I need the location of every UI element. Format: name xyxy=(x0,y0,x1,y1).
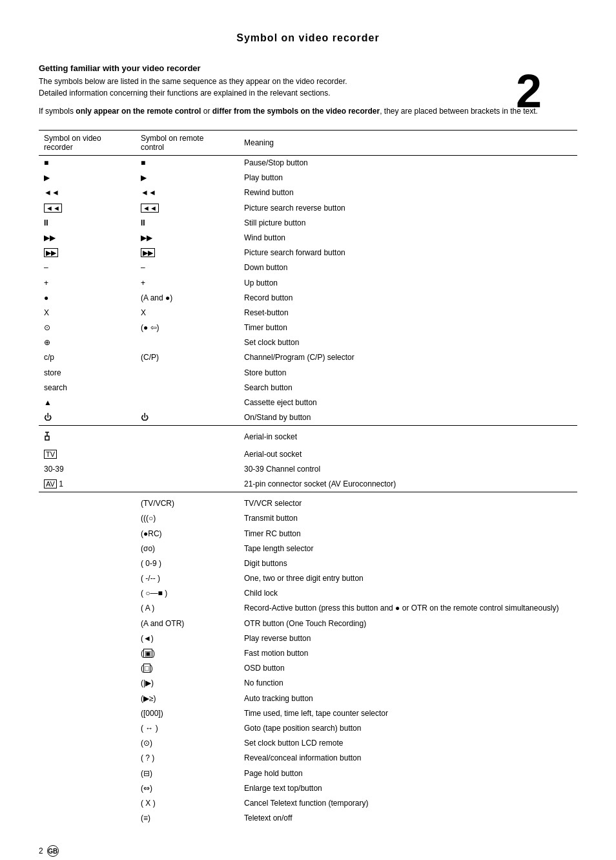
symbol-vr: X xyxy=(39,306,136,320)
symbol-rc: ▶▶ xyxy=(136,246,239,260)
symbol-rc: II xyxy=(136,216,239,231)
symbol-rc: (● ⇦) xyxy=(136,320,239,335)
meaning: Time used, time left, tape counter selec… xyxy=(239,706,577,721)
symbol-vr xyxy=(39,511,136,526)
table-row: (▣) Fast motion button xyxy=(39,646,577,661)
meaning: Enlarge text top/button xyxy=(239,781,577,796)
meaning: Cassette eject button xyxy=(239,395,577,410)
table-row: ■ ■ Pause/Stop button xyxy=(39,156,577,171)
col-header-meaning: Meaning xyxy=(239,131,577,156)
meaning: Cancel Teletext function (temporary) xyxy=(239,796,577,811)
table-row: (⇔) Enlarge text top/button xyxy=(39,781,577,796)
symbol-rc xyxy=(136,395,239,410)
meaning: Channel/Program (C/P) selector xyxy=(239,350,577,365)
section-divider-remote: (TV/VCR) TV/VCR selector xyxy=(39,492,577,512)
symbol-vr xyxy=(39,492,136,512)
table-row: ▶ ▶ Play button xyxy=(39,171,577,185)
meaning: 30-39 Channel control xyxy=(239,462,577,477)
section-heading: Getting familiar with your video recorde… xyxy=(39,63,577,73)
table-row: (σo) Tape length selector xyxy=(39,541,577,556)
symbol-vr xyxy=(39,571,136,586)
meaning: OTR button (One Touch Recording) xyxy=(239,616,577,631)
meaning: Set clock button LCD remote xyxy=(239,736,577,751)
symbol-vr: ▶▶ xyxy=(39,246,136,260)
symbol-vr xyxy=(39,706,136,721)
symbol-vr xyxy=(39,781,136,796)
symbol-vr: ⊕ xyxy=(39,335,136,350)
symbol-vr xyxy=(39,676,136,691)
symbol-vr xyxy=(39,811,136,826)
symbol-rc: ◄◄ xyxy=(136,185,239,200)
table-row: (◄) Play reverse button xyxy=(39,631,577,646)
table-row: II II Still picture button xyxy=(39,216,577,231)
table-row: ▶▶ ▶▶ Picture search forward button xyxy=(39,246,577,260)
symbol-rc: ( A ) xyxy=(136,601,239,616)
table-row: (A and OTR) OTR button (One Touch Record… xyxy=(39,616,577,631)
table-row: 30-39 30-39 Channel control xyxy=(39,462,577,477)
meaning: Child lock xyxy=(239,586,577,601)
meaning: Play reverse button xyxy=(239,631,577,646)
symbol-rc: (A and OTR) xyxy=(136,616,239,631)
table-row: ● (A and ●) Record button xyxy=(39,291,577,306)
symbol-vr xyxy=(39,661,136,676)
meaning: Rewind button xyxy=(239,185,577,200)
symbol-rc xyxy=(136,477,239,492)
symbol-rc: – xyxy=(136,260,239,275)
symbol-rc: ( ○―■ ) xyxy=(136,586,239,601)
table-row: (⊙) Set clock button LCD remote xyxy=(39,736,577,751)
symbol-rc: ( ? ) xyxy=(136,751,239,766)
symbol-vr xyxy=(39,691,136,706)
symbol-vr: ◄◄ xyxy=(39,201,136,216)
symbol-vr xyxy=(39,556,136,571)
symbol-rc: (TV/VCR) xyxy=(136,492,239,512)
symbol-rc: (⊙) xyxy=(136,736,239,751)
meaning: One, two or three digit entry button xyxy=(239,571,577,586)
table-row: ◄◄ ◄◄ Rewind button xyxy=(39,185,577,200)
symbol-vr xyxy=(39,616,136,631)
symbol-rc: (|▶) xyxy=(136,676,239,691)
table-row: ▶▶ ▶▶ Wind button xyxy=(39,231,577,246)
table-row: – – Down button xyxy=(39,260,577,275)
meaning: Aerial-out socket xyxy=(239,447,577,462)
meaning: Still picture button xyxy=(239,216,577,231)
table-row: (⊟) Page hold button xyxy=(39,766,577,781)
symbol-vr: II xyxy=(39,216,136,231)
main-table: Symbol on video recorder Symbol on remot… xyxy=(39,130,577,826)
symbol-vr xyxy=(39,751,136,766)
symbol-rc: ( 0-9 ) xyxy=(136,556,239,571)
footer: 2 GB xyxy=(39,845,577,857)
meaning: Goto (tape position search) button xyxy=(239,721,577,736)
table-row: (|▶) No function xyxy=(39,676,577,691)
symbol-vr xyxy=(39,601,136,616)
table-row: ( ○―■ ) Child lock xyxy=(39,586,577,601)
table-row: ◄◄ ◄◄ Picture search reverse button xyxy=(39,201,577,216)
table-row: X X Reset-button xyxy=(39,306,577,320)
table-row: ( 0-9 ) Digit buttons xyxy=(39,556,577,571)
symbol-rc: ⏻ xyxy=(136,410,239,426)
symbol-rc: ( X ) xyxy=(136,796,239,811)
table-row: store Store button xyxy=(39,366,577,381)
table-row: ( -/-- ) One, two or three digit entry b… xyxy=(39,571,577,586)
symbol-vr xyxy=(39,426,136,447)
symbol-rc: ▶▶ xyxy=(136,231,239,246)
symbol-rc: ◄◄ xyxy=(136,201,239,216)
symbol-vr: ■ xyxy=(39,156,136,171)
section-divider-connections: Aerial-in socket xyxy=(39,426,577,447)
symbol-vr xyxy=(39,586,136,601)
table-row: AV 1 21-pin connector socket (AV Eurocon… xyxy=(39,477,577,492)
symbol-rc: ▶ xyxy=(136,171,239,185)
table-row: (≡) Teletext on/off xyxy=(39,811,577,826)
symbol-vr: c/p xyxy=(39,350,136,365)
intro-text: The symbols below are listed in the same… xyxy=(39,76,577,99)
table-row: ⊕ Set clock button xyxy=(39,335,577,350)
meaning: Wind button xyxy=(239,231,577,246)
table-row: + + Up button xyxy=(39,276,577,291)
footer-badge: GB xyxy=(47,845,59,857)
symbol-rc xyxy=(136,366,239,381)
symbol-vr: ● xyxy=(39,291,136,306)
symbol-rc: (●RC) xyxy=(136,527,239,541)
meaning: Down button xyxy=(239,260,577,275)
meaning: Timer button xyxy=(239,320,577,335)
symbol-vr xyxy=(39,721,136,736)
table-row: (●RC) Timer RC button xyxy=(39,527,577,541)
